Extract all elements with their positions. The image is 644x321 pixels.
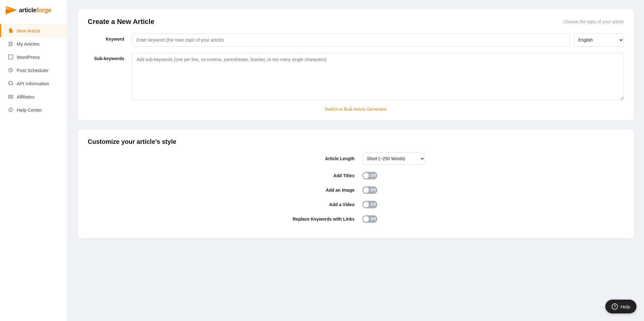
logo: articleforge bbox=[0, 6, 67, 24]
subkeywords-row: Sub-keywords bbox=[88, 53, 624, 100]
sidebar-item-wordpress-label: WordPress bbox=[17, 54, 40, 60]
svg-rect-3 bbox=[9, 42, 10, 43]
sidebar-item-api-information-label: API Information bbox=[17, 81, 49, 86]
keyword-input[interactable] bbox=[132, 33, 570, 47]
add-titles-track: Off bbox=[362, 172, 377, 179]
add-titles-toggle[interactable]: Off bbox=[362, 172, 377, 179]
help-button[interactable]: ? Help bbox=[605, 300, 636, 313]
sidebar-item-wordpress[interactable]: WordPress bbox=[0, 50, 67, 64]
sidebar-item-my-articles-label: My Articles bbox=[17, 41, 40, 47]
add-titles-row: Add Titles Off bbox=[88, 172, 624, 179]
add-image-control: Off bbox=[362, 186, 438, 194]
sidebar-item-help-center-label: Help Center bbox=[17, 107, 42, 113]
add-video-state: Off bbox=[371, 202, 376, 207]
replace-keywords-track: Off bbox=[362, 215, 377, 223]
replace-keywords-row: Replace Keywords with Links Off bbox=[88, 215, 624, 223]
sidebar-item-new-article[interactable]: New Article bbox=[0, 24, 67, 37]
sidebar-item-api-information[interactable]: API Information bbox=[0, 77, 67, 90]
replace-keywords-label: Replace Keywords with Links bbox=[274, 217, 362, 222]
sidebar: articleforge New Article My Articles Wor… bbox=[0, 0, 68, 321]
main-content: Create a New Article Choose the topic of… bbox=[68, 0, 644, 321]
svg-point-12 bbox=[10, 96, 11, 97]
replace-keywords-toggle[interactable]: Off bbox=[362, 215, 377, 223]
add-video-row: Add a Video Off bbox=[88, 201, 624, 208]
replace-keywords-control: Off bbox=[362, 215, 438, 223]
add-titles-state: Off bbox=[371, 173, 376, 178]
add-image-knob bbox=[363, 187, 369, 193]
sidebar-item-new-article-label: New Article bbox=[17, 28, 40, 33]
wordpress-icon bbox=[8, 54, 14, 60]
create-article-subtitle: Choose the topic of your article bbox=[563, 19, 624, 24]
add-image-track: Off bbox=[362, 186, 377, 194]
file-icon bbox=[8, 28, 14, 33]
sidebar-item-affiliates-label: Affiliates bbox=[17, 94, 34, 99]
add-video-label: Add a Video bbox=[274, 202, 362, 207]
create-article-title: Create a New Article bbox=[88, 18, 154, 26]
svg-rect-8 bbox=[10, 45, 13, 46]
svg-rect-4 bbox=[10, 42, 13, 42]
sidebar-item-affiliates[interactable]: Affiliates bbox=[0, 90, 67, 103]
language-select[interactable]: English Spanish French German Italian Po… bbox=[574, 33, 624, 47]
add-image-label: Add an Image bbox=[274, 188, 362, 193]
money-icon bbox=[8, 94, 14, 99]
add-titles-knob bbox=[363, 173, 369, 178]
add-image-toggle[interactable]: Off bbox=[362, 186, 377, 194]
help-label: Help bbox=[620, 304, 630, 309]
svg-rect-9 bbox=[8, 55, 13, 59]
info-icon bbox=[8, 107, 14, 113]
article-length-control: Short (~250 Words) Medium (~500 Words) L… bbox=[362, 152, 438, 165]
keyword-label: Keyword bbox=[88, 33, 132, 42]
list-icon bbox=[8, 41, 14, 47]
keyword-controls: English Spanish French German Italian Po… bbox=[132, 33, 624, 47]
replace-keywords-state: Off bbox=[371, 217, 376, 221]
clock-icon bbox=[8, 67, 14, 73]
add-image-state: Off bbox=[371, 188, 376, 192]
cloud-icon bbox=[8, 81, 14, 86]
add-video-toggle[interactable]: Off bbox=[362, 201, 377, 208]
add-video-track: Off bbox=[362, 201, 377, 208]
bulk-article-link[interactable]: Switch to Bulk Article Generator bbox=[325, 107, 387, 112]
add-video-control: Off bbox=[362, 201, 438, 208]
add-image-row: Add an Image Off bbox=[88, 186, 624, 194]
bulk-link-container: Switch to Bulk Article Generator bbox=[88, 106, 624, 112]
sidebar-item-post-scheduler-label: Post Scheduler bbox=[17, 68, 49, 73]
add-titles-control: Off bbox=[362, 172, 438, 179]
subkeywords-label: Sub-keywords bbox=[88, 53, 132, 61]
create-article-header: Create a New Article Choose the topic of… bbox=[88, 18, 624, 26]
keyword-row: Keyword English Spanish French German It… bbox=[88, 33, 624, 47]
svg-rect-7 bbox=[9, 45, 10, 46]
svg-rect-6 bbox=[10, 43, 13, 44]
sidebar-item-help-center[interactable]: Help Center bbox=[0, 103, 67, 116]
customize-title: Customize your article’s style bbox=[88, 138, 624, 145]
logo-icon bbox=[6, 6, 17, 14]
svg-rect-5 bbox=[9, 43, 10, 44]
sidebar-nav: New Article My Articles WordPress Post S… bbox=[0, 24, 67, 116]
sidebar-item-post-scheduler[interactable]: Post Scheduler bbox=[0, 64, 67, 77]
article-length-row: Article Length Short (~250 Words) Medium… bbox=[88, 152, 624, 165]
logo-text: articleforge bbox=[19, 7, 51, 14]
customize-card: Customize your article’s style Article L… bbox=[78, 129, 634, 239]
sidebar-item-my-articles[interactable]: My Articles bbox=[0, 37, 67, 50]
add-video-knob bbox=[363, 202, 369, 207]
article-length-label: Article Length bbox=[274, 156, 362, 161]
help-icon: ? bbox=[612, 303, 618, 310]
replace-keywords-knob bbox=[363, 216, 369, 222]
article-length-select[interactable]: Short (~250 Words) Medium (~500 Words) L… bbox=[362, 152, 425, 165]
add-titles-label: Add Titles bbox=[274, 173, 362, 178]
create-article-card: Create a New Article Choose the topic of… bbox=[78, 9, 634, 121]
subkeywords-textarea[interactable] bbox=[132, 53, 624, 100]
svg-rect-11 bbox=[8, 95, 13, 98]
subkeywords-controls bbox=[132, 53, 624, 100]
